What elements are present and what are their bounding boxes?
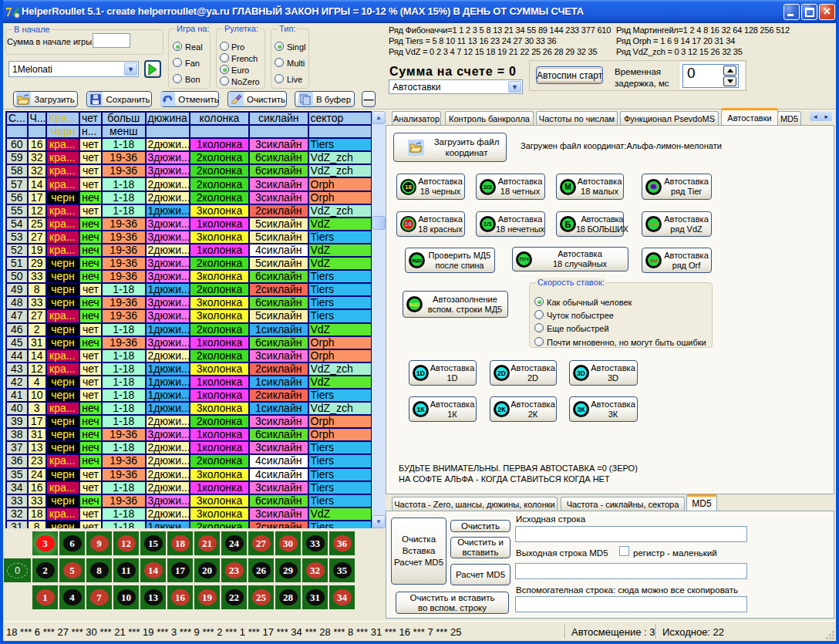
svg-text:7: 7: [5, 5, 12, 19]
